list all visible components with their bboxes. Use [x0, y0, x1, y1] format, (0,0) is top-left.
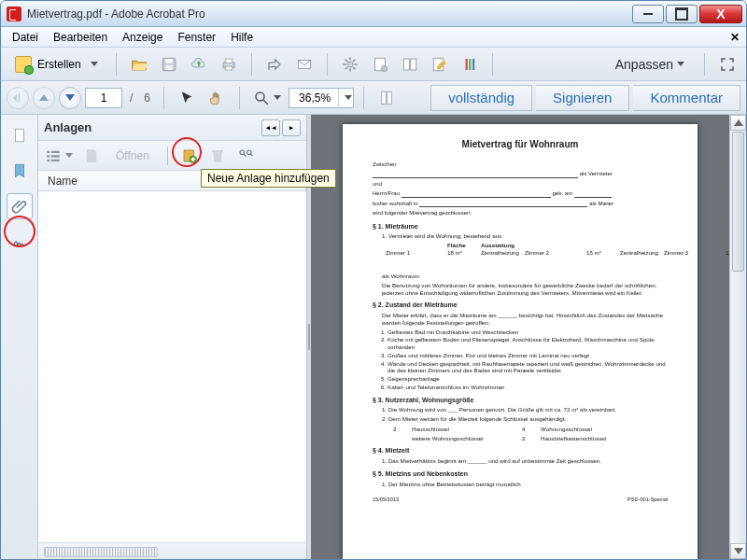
- zoom-dropdown-arrow[interactable]: [338, 89, 353, 107]
- save-button[interactable]: [156, 51, 182, 77]
- panel-footer-scrollbar[interactable]: [38, 542, 306, 559]
- maximize-button[interactable]: [666, 5, 698, 23]
- fullscreen-button[interactable]: [714, 51, 740, 77]
- rail-pages-button[interactable]: [7, 122, 33, 148]
- svg-rect-4: [225, 59, 233, 63]
- vertical-scrollbar[interactable]: [729, 115, 746, 559]
- two-pages-icon: [402, 56, 418, 73]
- folder-open-icon: [131, 56, 148, 73]
- save-to-cloud-button[interactable]: [186, 51, 212, 77]
- zoom-combo[interactable]: 36,5%: [289, 88, 354, 108]
- content-area: Anlagen ◂◂ ▸ Öffnen Name Neue Anlage hin…: [1, 115, 746, 559]
- page-separator: /: [126, 91, 136, 105]
- email-button[interactable]: [291, 51, 317, 77]
- trash-icon: [209, 147, 226, 164]
- customize-button[interactable]: Anpassen: [605, 52, 695, 77]
- menu-help[interactable]: Hilfe: [223, 29, 261, 46]
- zoom-marquee-button[interactable]: [249, 86, 285, 110]
- svg-rect-28: [15, 129, 23, 142]
- close-window-button[interactable]: X: [699, 5, 742, 23]
- open-attachment-button[interactable]: Öffnen: [107, 145, 158, 167]
- menu-window[interactable]: Fenster: [170, 29, 223, 46]
- minimize-button[interactable]: [632, 5, 664, 23]
- document-close-button[interactable]: ✕: [727, 30, 742, 45]
- fullscreen-icon: [719, 56, 736, 73]
- mode-sign-button[interactable]: Signieren: [536, 85, 629, 111]
- quick-tools-button[interactable]: [374, 86, 400, 110]
- svg-rect-19: [410, 59, 416, 70]
- svg-point-37: [240, 150, 245, 155]
- page-down-button[interactable]: [59, 87, 81, 109]
- panel-options-button[interactable]: [42, 145, 76, 167]
- search-attachments-button[interactable]: [233, 145, 258, 167]
- svg-line-25: [263, 100, 268, 105]
- highlight-button[interactable]: [457, 51, 483, 77]
- svg-rect-33: [51, 155, 60, 157]
- select-tool-button[interactable]: [174, 86, 200, 110]
- panel-title: Anlagen: [44, 120, 261, 134]
- edit-tool-button[interactable]: [427, 51, 453, 77]
- mode-full-button[interactable]: vollständig: [430, 85, 532, 111]
- rail-bookmarks-button[interactable]: [7, 158, 33, 184]
- page-display-button[interactable]: [367, 51, 393, 77]
- svg-line-15: [353, 59, 355, 61]
- print-button[interactable]: [216, 51, 242, 77]
- edit-icon: [431, 56, 448, 73]
- create-label: Erstellen: [37, 58, 81, 71]
- titlebar: Mietvertrag.pdf - Adobe Acrobat Pro X: [1, 1, 746, 27]
- scroll-thumb[interactable]: [732, 132, 744, 272]
- panel-next-button[interactable]: ▸: [282, 119, 301, 136]
- svg-rect-30: [47, 155, 49, 157]
- mode-comment-button[interactable]: Kommentar: [633, 85, 740, 111]
- page-thumbnails-icon: [11, 127, 28, 144]
- zoom-value: 36,5%: [289, 91, 338, 105]
- app-window: Mietvertrag.pdf - Adobe Acrobat Pro X Da…: [0, 0, 747, 560]
- svg-rect-27: [388, 91, 392, 105]
- pages-icon: [378, 90, 395, 106]
- svg-rect-6: [298, 60, 311, 68]
- tooltip: Neue Anlage hinzufügen: [201, 169, 336, 188]
- add-attachment-button[interactable]: [177, 145, 202, 167]
- menu-view[interactable]: Anzeige: [115, 29, 170, 46]
- svg-rect-32: [51, 150, 60, 152]
- scroll-up-button[interactable]: [730, 115, 746, 131]
- save-icon: [83, 147, 100, 164]
- paperclip-icon: [11, 198, 28, 215]
- open-button[interactable]: [126, 51, 152, 77]
- highlight-icon: [461, 56, 478, 73]
- page-number-input[interactable]: [85, 88, 122, 108]
- two-pages-button[interactable]: [397, 51, 423, 77]
- dropdown-arrow-icon: [677, 62, 684, 66]
- delete-attachment-button[interactable]: [205, 145, 230, 167]
- page-first-button[interactable]: [7, 87, 29, 109]
- svg-rect-29: [47, 150, 49, 152]
- settings-button[interactable]: [337, 51, 363, 77]
- dropdown-arrow-icon: [274, 95, 281, 100]
- list-icon: [45, 147, 62, 164]
- page-thumbnail-icon: [372, 56, 388, 73]
- svg-rect-22: [469, 59, 471, 70]
- scroll-down-button[interactable]: [730, 543, 746, 559]
- zoom-icon: [253, 90, 270, 106]
- arrow-up-icon: [39, 94, 49, 101]
- hand-tool-button[interactable]: [204, 86, 230, 110]
- create-pdf-icon: [15, 56, 32, 73]
- panel-prev-button[interactable]: ◂◂: [261, 119, 280, 136]
- save-attachment-button[interactable]: [79, 145, 104, 167]
- create-button[interactable]: Erstellen: [7, 52, 106, 77]
- page-total: 6: [140, 91, 154, 105]
- svg-rect-1: [165, 59, 173, 63]
- signature-icon: [11, 233, 28, 250]
- menu-edit[interactable]: Bearbeiten: [46, 29, 115, 46]
- menu-file[interactable]: Datei: [5, 29, 46, 46]
- svg-rect-5: [225, 66, 233, 70]
- svg-line-12: [345, 59, 346, 61]
- rail-signatures-button[interactable]: [7, 229, 33, 255]
- document-scroll-area[interactable]: Mietvertrag für Wohnraum Zwischen als Ve…: [311, 115, 729, 559]
- share-button[interactable]: [261, 51, 288, 77]
- quick-access-toolbar: Erstellen Anpassen: [1, 48, 746, 81]
- svg-point-38: [247, 150, 251, 155]
- rail-attachments-button[interactable]: [7, 193, 33, 219]
- page-up-button[interactable]: [33, 87, 55, 109]
- svg-line-39: [244, 153, 247, 156]
